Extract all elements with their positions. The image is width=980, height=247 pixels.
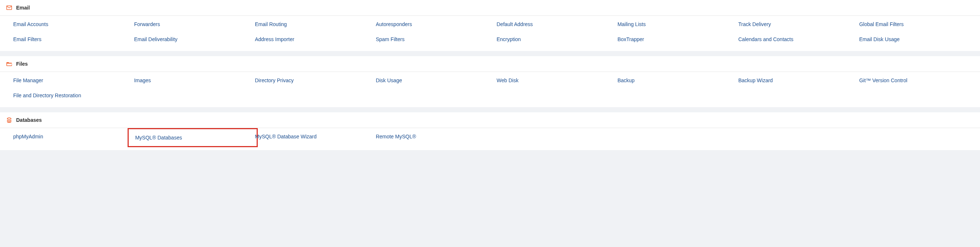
email-panel-body: Email Accounts Forwarders Email Routing … [0,16,980,51]
link-mysql-databases[interactable]: MySQL® Databases [135,135,182,140]
databases-panel-body: phpMyAdmin MySQL® Databases MySQL® Datab… [0,128,980,150]
link-boxtrapper[interactable]: BoxTrapper [617,36,735,43]
link-web-disk[interactable]: Web Disk [497,77,614,84]
link-email-routing[interactable]: Email Routing [255,21,372,28]
databases-panel: Databases phpMyAdmin MySQL® Databases My… [0,112,980,150]
email-items-grid: Email Accounts Forwarders Email Routing … [13,21,976,43]
link-backup-wizard[interactable]: Backup Wizard [738,77,856,84]
link-directory-privacy[interactable]: Directory Privacy [255,77,372,84]
envelope-icon [6,5,13,11]
link-spam-filters[interactable]: Spam Filters [376,36,493,43]
link-default-address[interactable]: Default Address [497,21,614,28]
link-autoresponders[interactable]: Autoresponders [376,21,493,28]
link-backup[interactable]: Backup [617,77,735,84]
databases-panel-header[interactable]: Databases [0,112,980,128]
email-section-title: Email [16,5,30,11]
files-items-grid: File Manager Images Directory Privacy Di… [13,77,976,99]
link-file-manager[interactable]: File Manager [13,77,130,84]
files-section-title: Files [16,61,28,67]
files-panel-body: File Manager Images Directory Privacy Di… [0,72,980,107]
email-panel: Email Email Accounts Forwarders Email Ro… [0,0,980,51]
link-mysql-database-wizard[interactable]: MySQL® Database Wizard [255,133,372,142]
link-email-deliverability[interactable]: Email Deliverability [134,36,251,43]
link-global-email-filters[interactable]: Global Email Filters [859,21,976,28]
link-phpmyadmin[interactable]: phpMyAdmin [13,133,130,142]
highlight-box: MySQL® Databases [134,133,251,142]
link-email-filters[interactable]: Email Filters [13,36,130,43]
link-disk-usage[interactable]: Disk Usage [376,77,493,84]
link-remote-mysql[interactable]: Remote MySQL® [376,133,493,142]
files-panel-header[interactable]: Files [0,56,980,72]
link-images[interactable]: Images [134,77,251,84]
databases-items-grid: phpMyAdmin MySQL® Databases MySQL® Datab… [13,133,976,142]
link-address-importer[interactable]: Address Importer [255,36,372,43]
databases-section-title: Databases [16,117,42,123]
link-calendars-and-contacts[interactable]: Calendars and Contacts [738,36,856,43]
files-panel: Files File Manager Images Directory Priv… [0,56,980,107]
link-track-delivery[interactable]: Track Delivery [738,21,856,28]
database-icon [6,117,13,123]
link-email-disk-usage[interactable]: Email Disk Usage [859,36,976,43]
email-panel-header[interactable]: Email [0,0,980,16]
link-forwarders[interactable]: Forwarders [134,21,251,28]
link-encryption[interactable]: Encryption [497,36,614,43]
link-email-accounts[interactable]: Email Accounts [13,21,130,28]
folder-open-icon [6,61,13,67]
link-git-version-control[interactable]: Git™ Version Control [859,77,976,84]
link-mailing-lists[interactable]: Mailing Lists [617,21,735,28]
link-file-and-directory-restoration[interactable]: File and Directory Restoration [13,92,130,99]
